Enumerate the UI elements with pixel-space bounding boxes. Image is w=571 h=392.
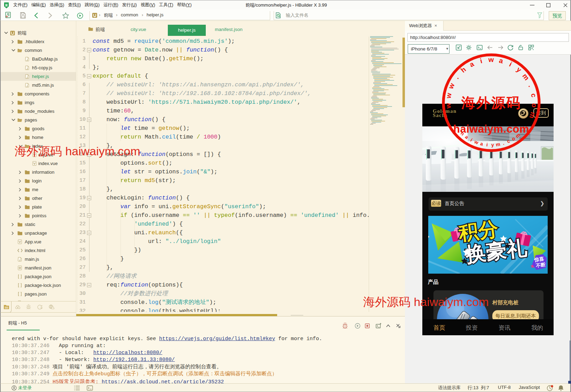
svg-text:海外源码: 海外源码 [461,95,521,110]
svg-text:i: i [486,142,488,147]
svg-text:w: w [474,139,479,145]
svg-text:i: i [479,57,483,65]
svg-text:m: m [528,111,537,119]
svg-text:i: i [508,60,513,68]
svg-text:a: a [468,60,476,69]
svg-text:i: i [470,137,474,143]
svg-text:w: w [444,103,452,109]
svg-text:y: y [515,65,523,74]
svg-text:.: . [527,83,535,88]
svg-text:a: a [498,56,504,65]
svg-text:o: o [510,135,516,142]
svg-text:w: w [444,92,453,99]
svg-text:w: w [488,56,494,63]
svg-text:h: h [459,65,468,74]
svg-text:c: c [506,138,511,144]
svg-text:.: . [453,74,460,80]
svg-text:w: w [447,82,456,90]
svg-text:c: c [530,93,538,98]
svg-text:m: m [495,141,501,148]
svg-text:a: a [480,141,484,147]
svg-text:.: . [502,140,505,146]
svg-text:y: y [491,142,494,148]
svg-text:o: o [530,103,538,108]
